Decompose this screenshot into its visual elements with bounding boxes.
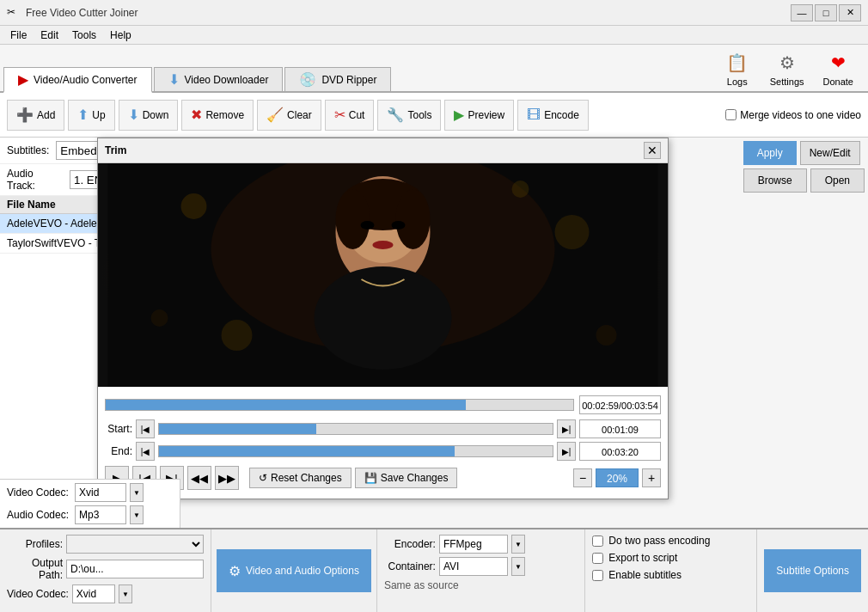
zoom-display: 20% [596, 468, 639, 487]
tools-button[interactable]: 🔧 Tools [377, 100, 441, 131]
merge-checkbox[interactable] [725, 109, 737, 120]
end-end-button[interactable]: ▶| [557, 442, 576, 461]
menu-edit[interactable]: Edit [34, 28, 65, 43]
close-button[interactable]: ✕ [839, 4, 861, 21]
cut-button[interactable]: ✂ Cut [325, 100, 375, 131]
same-as-source-label: Same as source [384, 579, 459, 591]
remove-icon: ✖ [191, 107, 202, 123]
enable-subtitles-checkbox[interactable] [592, 570, 603, 581]
two-pass-checkbox[interactable] [592, 536, 603, 547]
encoder-input[interactable] [439, 535, 508, 554]
container-menu[interactable]: ▼ [511, 557, 525, 576]
tab-video-audio-label: Video/Audio Converter [34, 74, 138, 86]
browse-button[interactable]: Browse [743, 168, 807, 193]
open-button[interactable]: Open [810, 168, 865, 193]
svg-point-12 [181, 193, 207, 219]
donate-button[interactable]: ❤ Donate [816, 45, 861, 91]
new-edit-button[interactable]: New/Edit [800, 141, 860, 165]
reset-changes-button[interactable]: ↺ Reset Changes [249, 468, 351, 488]
svg-point-17 [512, 181, 529, 198]
video-codec-row: Video Codec: ▼ [7, 584, 204, 603]
menu-help[interactable]: Help [103, 28, 138, 43]
svg-point-11 [373, 241, 394, 249]
video-audio-options-button[interactable]: ⚙ Video and Audio Options [217, 549, 371, 592]
menu-bar: File Edit Tools Help [0, 26, 868, 45]
video-codec-left-input[interactable] [75, 483, 126, 502]
tab-video-downloader[interactable]: ⬇ Video Downloader [154, 67, 284, 91]
fast-forward-button[interactable]: ▶▶ [215, 466, 239, 490]
trim-titlebar: Trim ✕ [98, 138, 668, 163]
video-codec-left-label: Video Codec: [7, 487, 71, 499]
tab-dvd-label: DVD Ripper [321, 74, 376, 86]
encoder-menu[interactable]: ▼ [511, 535, 525, 554]
menu-file[interactable]: File [3, 28, 34, 43]
toolbar-tabs: ▶ Video/Audio Converter ⬇ Video Download… [0, 45, 709, 91]
tab-video-audio[interactable]: ▶ Video/Audio Converter [3, 67, 152, 93]
maximize-button[interactable]: □ [815, 4, 837, 21]
clear-button[interactable]: 🧹 Clear [257, 100, 321, 131]
svg-point-14 [151, 309, 168, 327]
up-button[interactable]: ⬆ Up [68, 100, 114, 131]
start-begin-button[interactable]: |◀ [136, 419, 155, 438]
minimize-button[interactable]: — [791, 4, 813, 21]
zoom-out-button[interactable]: − [573, 468, 592, 487]
video-codec-menu[interactable]: ▼ [119, 584, 132, 603]
export-script-checkbox[interactable] [592, 553, 603, 564]
app-title: Free Video Cutter Joiner [26, 7, 791, 19]
export-script-label: Export to script [608, 552, 677, 564]
up-icon: ⬆ [77, 107, 89, 123]
apply-button[interactable]: Apply [743, 141, 797, 165]
audio-codec-left-menu[interactable]: ▼ [130, 505, 144, 524]
save-changes-button[interactable]: 💾 Save Changes [355, 468, 458, 488]
start-end-button[interactable]: ▶| [557, 419, 576, 438]
zoom-in-button[interactable]: + [642, 468, 661, 487]
progress-track[interactable] [105, 399, 574, 411]
gear-icon: ⚙ [229, 563, 241, 579]
tab-video-dl-label: Video Downloader [185, 74, 269, 86]
menu-tools[interactable]: Tools [65, 28, 103, 43]
svg-point-5 [336, 189, 370, 249]
video-codec-left-menu[interactable]: ▼ [130, 483, 144, 502]
settings-label: Settings [770, 76, 804, 87]
end-slider[interactable] [158, 445, 553, 457]
top-right-buttons: 📋 Logs ⚙ Settings ❤ Donate [709, 45, 868, 91]
trim-dialog: Trim ✕ [97, 138, 669, 499]
rewind-button[interactable]: ◀◀ [187, 466, 211, 490]
start-label: Start: [105, 423, 132, 435]
start-slider[interactable] [158, 423, 553, 435]
profiles-select[interactable] [66, 535, 204, 554]
dvd-icon: 💿 [299, 71, 316, 88]
settings-button[interactable]: ⚙ Settings [762, 45, 812, 91]
encode-button[interactable]: 🎞 Encode [517, 100, 589, 131]
enable-subtitles-label: Enable subtitles [608, 569, 682, 581]
video-codec-input[interactable] [72, 584, 115, 603]
container-input[interactable] [439, 557, 508, 576]
trim-close-button[interactable]: ✕ [644, 142, 661, 159]
audio-codec-left-input[interactable] [75, 505, 126, 524]
output-path-input[interactable] [66, 560, 204, 578]
add-button[interactable]: ➕ Add [7, 100, 64, 131]
trim-title: Trim [105, 144, 126, 156]
end-row: End: |◀ ▶| 00:03:20 [105, 440, 661, 462]
profiles-row: Profiles: [7, 535, 204, 554]
down-button[interactable]: ⬇ Down [119, 100, 179, 131]
svg-point-16 [222, 320, 253, 351]
end-label: End: [105, 445, 132, 457]
subtitle-options-button[interactable]: Subtitle Options [764, 549, 861, 592]
donate-label: Donate [823, 76, 853, 87]
end-begin-button[interactable]: |◀ [136, 442, 155, 461]
svg-point-9 [361, 221, 375, 230]
logs-button[interactable]: 📋 Logs [716, 45, 759, 91]
svg-point-13 [555, 215, 590, 249]
playback-controls: ▶ |◀ ▶| ◀◀ ▶▶ ↺ Reset Changes 💾 Save Cha… [105, 462, 661, 493]
tab-dvd-ripper[interactable]: 💿 DVD Ripper [284, 67, 391, 91]
action-toolbar: ➕ Add ⬆ Up ⬇ Down ✖ Remove 🧹 Clear ✂ Cut… [0, 93, 868, 138]
remove-button[interactable]: ✖ Remove [181, 100, 254, 131]
app-icon: ✂ [7, 6, 21, 20]
preview-button[interactable]: ▶ Preview [444, 100, 514, 131]
progress-row: 00:02:59/00:03:54 [105, 392, 661, 418]
progress-time: 00:02:59/00:03:54 [579, 395, 661, 414]
subtitles-label: Subtitles: [7, 144, 49, 156]
title-bar: ✂ Free Video Cutter Joiner — □ ✕ [0, 0, 868, 26]
two-pass-label: Do two pass encoding [608, 535, 710, 547]
